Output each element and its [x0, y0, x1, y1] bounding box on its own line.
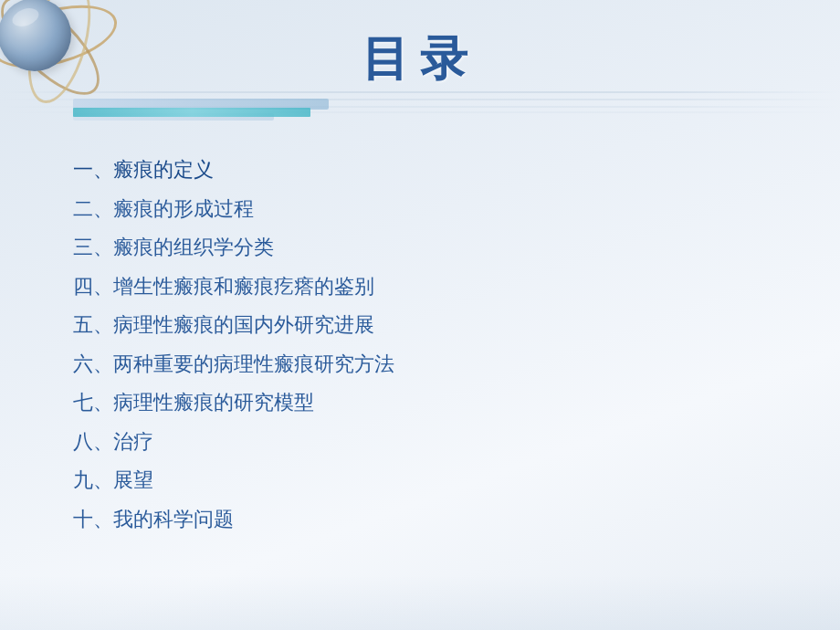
list-item: 四、增生性瘢痕和瘢痕疙瘩的鉴别 [73, 268, 803, 307]
list-item: 五、病理性瘢痕的国内外研究进展 [73, 306, 803, 345]
list-item: 三、瘢痕的组织学分类 [73, 228, 803, 268]
title-area: 目录 [0, 27, 840, 91]
teal-accent-bar [73, 108, 310, 117]
slide-title: 目录 [0, 27, 840, 91]
bottom-decoration [0, 575, 840, 630]
list-item: 七、病理性瘢痕的研究模型 [73, 383, 803, 423]
list-item: 六、两种重要的病理性瘢痕研究方法 [73, 345, 803, 384]
slide: 目录 一、瘢痕的定义 二、瘢痕的形成过程 三、瘢痕的组织学分类 四、增生性瘢痕和… [0, 0, 840, 630]
list-item: 九、展望 [73, 461, 803, 500]
list-item: 十、我的科学问题 [73, 500, 803, 540]
content-list: 一、瘢痕的定义 二、瘢痕的形成过程 三、瘢痕的组织学分类 四、增生性瘢痕和瘢痕疙… [73, 151, 803, 539]
list-item: 一、瘢痕的定义 [73, 151, 803, 190]
list-item: 八、治疗 [73, 423, 803, 462]
list-item: 二、瘢痕的形成过程 [73, 190, 803, 229]
